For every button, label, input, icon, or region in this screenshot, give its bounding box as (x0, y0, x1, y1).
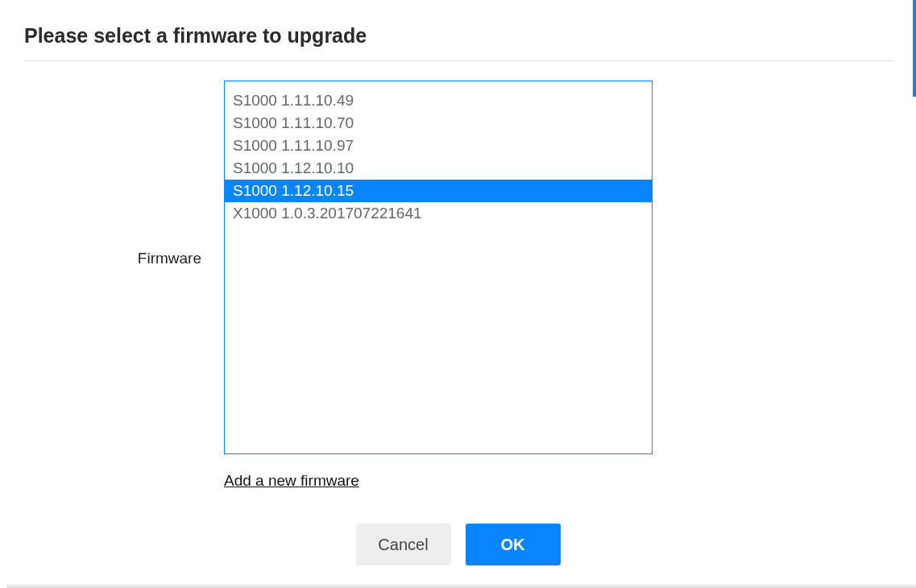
firmware-option[interactable]: S1000 1.12.10.15 (225, 180, 652, 202)
ok-button[interactable]: OK (466, 524, 561, 565)
add-firmware-link[interactable]: Add a new firmware (224, 472, 359, 490)
firmware-listbox[interactable]: S1000 1.11.10.49S1000 1.11.10.70S1000 1.… (224, 81, 653, 454)
dialog-shadow (6, 583, 916, 588)
firmware-option[interactable]: S1000 1.11.10.49 (225, 89, 652, 112)
dialog-title: Please select a firmware to upgrade (24, 24, 892, 61)
firmware-option[interactable]: S1000 1.11.10.70 (225, 112, 652, 135)
firmware-label: Firmware (121, 81, 201, 267)
cancel-button[interactable]: Cancel (356, 524, 451, 565)
firmware-option[interactable]: S1000 1.12.10.10 (225, 157, 652, 180)
accent-edge (913, 0, 916, 97)
firmware-option[interactable]: S1000 1.11.10.97 (225, 135, 652, 157)
firmware-option[interactable]: X1000 1.0.3.201707221641 (225, 202, 652, 225)
